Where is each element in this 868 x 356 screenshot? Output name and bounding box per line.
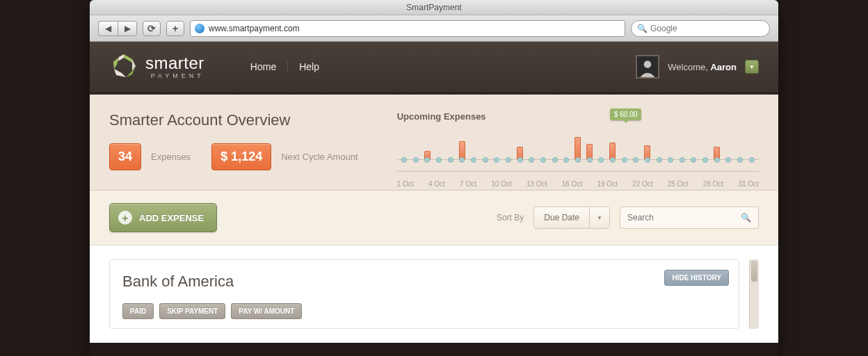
chart-dot-icon: [714, 157, 720, 163]
chart-dot-icon: [725, 157, 731, 163]
chart-tick-label: 7 Oct: [460, 180, 476, 188]
nav-buttons: ◀ ▶: [98, 21, 137, 36]
chart-dot-icon: [529, 157, 534, 163]
chart-bar[interactable]: [572, 137, 584, 159]
chart-dot-icon: [540, 157, 546, 163]
chart-dot-icon: [680, 157, 685, 163]
chart-dot-icon: [645, 157, 650, 163]
welcome-prefix: Welcome,: [668, 62, 710, 72]
chart-dot-icon: [401, 157, 407, 163]
upcoming-title: Upcoming Expenses: [397, 111, 759, 122]
add-expense-label: ADD EXPENSE: [139, 213, 204, 223]
chart-tick-label: 13 Oct: [527, 180, 547, 188]
skip-payment-button[interactable]: SKIP PAYMENT: [159, 303, 225, 319]
nav-home[interactable]: Home: [239, 61, 287, 72]
upcoming-expenses-chart[interactable]: 1 Oct4 Oct7 Oct10 Oct13 Oct16 Oct19 Oct2…: [397, 127, 759, 172]
chart-dot-icon: [610, 157, 616, 163]
brand-sub: PAYMENT: [145, 73, 204, 79]
svg-point-7: [644, 60, 652, 68]
scrollbar[interactable]: [749, 259, 759, 329]
browser-search-input[interactable]: [650, 24, 764, 33]
svg-marker-0: [124, 54, 132, 63]
chart-dot-icon: [657, 157, 662, 163]
main-nav: Home Help: [239, 61, 330, 72]
sort-select[interactable]: Due Date ▼: [533, 207, 610, 229]
expense-search-input[interactable]: [627, 213, 737, 222]
chart-dot-icon: [494, 157, 499, 163]
chart-dot-icon: [691, 157, 696, 163]
search-icon: 🔍: [741, 213, 751, 222]
chart-tick-label: 25 Oct: [668, 180, 688, 188]
chart-dot-icon: [749, 157, 755, 163]
chart-dot-icon: [471, 157, 476, 163]
browser-toolbar: ◀ ▶ ⟳ + 🔍: [90, 15, 778, 42]
globe-icon: [195, 24, 204, 33]
app-header: smarter PAYMENT Home Help Welcome, Aaron…: [90, 42, 778, 95]
paid-button[interactable]: PAID: [122, 303, 154, 319]
plus-icon: +: [118, 211, 132, 225]
expense-panel: HIDE HISTORY Bank of America PAID SKIP P…: [109, 259, 739, 329]
browser-search[interactable]: 🔍: [631, 20, 770, 37]
chart-tick-label: 31 Oct: [738, 180, 758, 188]
chart-dot-icon: [517, 157, 523, 163]
nav-help[interactable]: Help: [287, 61, 330, 72]
chart-dot-icon: [587, 157, 593, 163]
svg-marker-3: [114, 69, 126, 77]
overview-badges: 34 Expenses $ 1,124 Next Cycle Amount: [109, 143, 369, 170]
user-dropdown[interactable]: ▼: [745, 60, 759, 74]
chart-dot-icon: [598, 157, 604, 163]
chart-dot-icon: [668, 157, 673, 163]
chart-dot-icon: [622, 157, 627, 163]
brand-name: smarter: [145, 55, 204, 72]
overview-title: Smarter Account Overview: [109, 111, 369, 129]
chart-tick-label: 19 Oct: [597, 180, 617, 188]
chart-dot-icon: [413, 157, 419, 163]
window-title: SmartPayment: [406, 3, 461, 13]
chart-dot-icon: [424, 157, 430, 163]
chart-dot-icon: [702, 157, 708, 163]
content-area: HIDE HISTORY Bank of America PAID SKIP P…: [90, 245, 778, 343]
url-input[interactable]: [209, 24, 620, 33]
reload-button[interactable]: ⟳: [143, 21, 161, 36]
expense-search[interactable]: 🔍: [620, 207, 759, 229]
expense-actions: PAID SKIP PAYMENT PAY W/ AMOUNT: [122, 303, 726, 319]
search-icon: 🔍: [637, 24, 648, 33]
svg-marker-5: [118, 54, 124, 61]
pay-with-amount-button[interactable]: PAY W/ AMOUNT: [231, 303, 302, 319]
expense-title: Bank of America: [122, 273, 726, 291]
brand-logo[interactable]: smarter PAYMENT: [109, 52, 204, 81]
action-bar: + ADD EXPENSE Sort By Due Date ▼ 🔍: [90, 191, 778, 245]
browser-window: SmartPayment ◀ ▶ ⟳ + 🔍: [90, 0, 778, 356]
chart-dot-icon: [552, 157, 558, 163]
overview-left: Smarter Account Overview 34 Expenses $ 1…: [109, 111, 369, 172]
chart-dot-icon: [483, 157, 488, 163]
back-button[interactable]: ◀: [98, 21, 118, 36]
chart-tick-label: 16 Oct: [562, 180, 582, 188]
chart-dot-icon: [459, 157, 465, 163]
chart-tick-label: 10 Oct: [491, 180, 511, 188]
chart-tick-label: 22 Oct: [632, 180, 652, 188]
forward-button[interactable]: ▶: [118, 21, 137, 36]
welcome-text: Welcome, Aaron: [668, 62, 737, 72]
chart-tooltip: $ 60.00: [610, 108, 641, 120]
avatar[interactable]: [636, 55, 659, 79]
cycle-amount-badge: $ 1,124: [211, 143, 271, 170]
hide-history-button[interactable]: HIDE HISTORY: [664, 270, 729, 286]
chart-dot-icon: [633, 157, 638, 163]
new-tab-button[interactable]: +: [166, 21, 184, 36]
expenses-label: Expenses: [151, 152, 191, 162]
chart-dot-icon: [737, 157, 743, 163]
chart-tick-label: 1 Oct: [397, 180, 414, 188]
expenses-count-badge: 34: [109, 143, 141, 170]
chart-tick-label: 28 Oct: [703, 180, 723, 188]
overview-right: Upcoming Expenses $ 60.00 1 Oct4 Oct7 Oc…: [397, 111, 759, 172]
add-expense-button[interactable]: + ADD EXPENSE: [109, 203, 217, 232]
logo-text: smarter PAYMENT: [145, 55, 204, 79]
overview-section: Smarter Account Overview 34 Expenses $ 1…: [90, 95, 778, 191]
url-bar[interactable]: [190, 20, 625, 37]
chart-dot-icon: [506, 157, 511, 163]
user-area: Welcome, Aaron ▼: [636, 55, 759, 79]
logo-mark-icon: [109, 52, 138, 81]
scrollbar-thumb[interactable]: [751, 261, 757, 282]
window-titlebar: SmartPayment: [90, 0, 778, 15]
